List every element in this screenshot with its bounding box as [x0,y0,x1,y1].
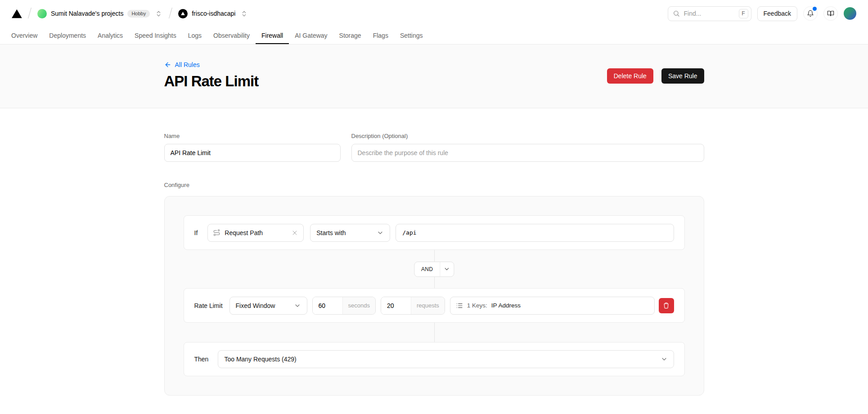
tab-observability[interactable]: Observability [207,27,256,44]
route-icon [213,229,220,236]
team-name: Sumit Nalavade's projects [51,10,123,17]
seconds-unit-label: seconds [342,297,375,314]
rule-description-input[interactable] [351,144,704,162]
if-label: If [194,229,198,236]
if-condition-row: If Request Path Starts with [184,215,685,250]
bell-icon [807,10,814,17]
project-avatar [178,9,188,18]
action-select[interactable]: Too Many Requests (429) [218,350,674,368]
trash-icon [663,302,670,309]
then-connector [184,323,685,342]
window-seconds-input[interactable] [313,297,342,314]
parameter-value: Request Path [225,229,287,236]
chevron-down-icon [377,229,384,236]
condition-connector: AND [184,250,685,288]
back-arrow-icon [164,61,171,68]
user-avatar[interactable] [844,7,856,20]
tab-flags[interactable]: Flags [367,27,394,44]
tab-firewall[interactable]: Firewall [256,27,289,44]
and-connector-button[interactable]: AND [414,262,454,277]
description-label: Description (Optional) [351,133,704,139]
search-icon [673,10,680,17]
save-rule-button[interactable]: Save Rule [661,68,704,84]
request-limit-group: requests [381,297,445,315]
feedback-button[interactable]: Feedback [757,6,797,21]
tab-deployments[interactable]: Deployments [43,27,92,44]
window-type-value: Fixed Window [236,302,275,309]
path-value-input[interactable] [396,224,674,242]
name-label: Name [164,133,341,139]
page-header: All Rules API Rate Limit Delete Rule Sav… [0,45,868,108]
tab-analytics[interactable]: Analytics [92,27,129,44]
action-value: Too Many Requests (429) [224,356,296,363]
top-header: Sumit Nalavade's projects Hobby frisco-i… [0,0,868,27]
and-dropdown-button[interactable] [440,262,454,276]
project-nav-tabs: Overview Deployments Analytics Speed Ins… [0,27,868,45]
notifications-button[interactable] [803,6,818,21]
close-icon [291,229,298,236]
tab-storage[interactable]: Storage [333,27,367,44]
breadcrumb-slash [27,6,33,21]
chevron-down-icon [444,266,450,272]
configure-card: If Request Path Starts with AND [164,196,704,396]
search-box[interactable]: F [668,6,751,21]
project-switcher[interactable]: frisco-isdhacapi [178,8,248,19]
tab-settings[interactable]: Settings [394,27,429,44]
team-selector-button[interactable] [154,8,163,19]
back-to-all-rules-link[interactable]: All Rules [164,61,200,68]
selector-chevrons-icon [155,10,162,17]
chevron-down-icon [661,356,668,363]
and-label: AND [414,262,440,276]
project-name: frisco-isdhacapi [192,10,235,17]
search-shortcut-key: F [739,9,748,18]
selector-chevrons-icon [241,10,247,17]
then-label: Then [194,356,209,363]
breadcrumb-slash [167,6,174,21]
docs-book-icon [827,10,834,17]
window-duration-group: seconds [312,297,376,315]
header-actions: F Feedback [668,6,856,21]
tab-ai-gateway[interactable]: AI Gateway [289,27,333,44]
parameter-combobox[interactable]: Request Path [207,224,304,242]
rule-name-input[interactable] [164,144,341,162]
docs-button[interactable] [823,6,838,21]
rate-limit-row: Rate Limit Fixed Window seconds requests… [184,288,685,323]
plan-badge: Hobby [127,10,150,18]
operator-select[interactable]: Starts with [310,224,390,242]
vercel-logo-icon[interactable] [12,9,22,18]
window-type-select[interactable]: Fixed Window [229,297,307,315]
keys-count-label: 1 Keys: [467,302,487,309]
project-selector-button[interactable] [239,8,248,19]
notification-dot [813,7,817,11]
then-action-row: Then Too Many Requests (429) [184,342,685,376]
connector-line [434,323,435,342]
clear-parameter-button[interactable] [291,229,298,236]
list-icon [456,302,463,309]
rate-limit-keys-select[interactable]: 1 Keys: IP Address [450,297,655,315]
tab-overview[interactable]: Overview [5,27,43,44]
chevron-down-icon [294,302,301,309]
operator-value: Starts with [316,229,346,236]
delete-rate-limit-button[interactable] [659,298,674,313]
rate-limit-label: Rate Limit [194,302,223,309]
search-input[interactable] [683,9,736,18]
delete-rule-button[interactable]: Delete Rule [607,68,653,84]
tab-logs[interactable]: Logs [182,27,207,44]
requests-count-input[interactable] [381,297,411,314]
team-avatar [37,9,47,18]
team-switcher[interactable]: Sumit Nalavade's projects Hobby [37,8,163,19]
keys-value-label: IP Address [491,302,521,309]
rule-editor: Name Description (Optional) Configure If… [164,133,704,396]
requests-unit-label: requests [411,297,445,314]
breadcrumb: Sumit Nalavade's projects Hobby frisco-i… [12,6,248,21]
configure-label: Configure [164,182,704,188]
tab-speed-insights[interactable]: Speed Insights [129,27,182,44]
